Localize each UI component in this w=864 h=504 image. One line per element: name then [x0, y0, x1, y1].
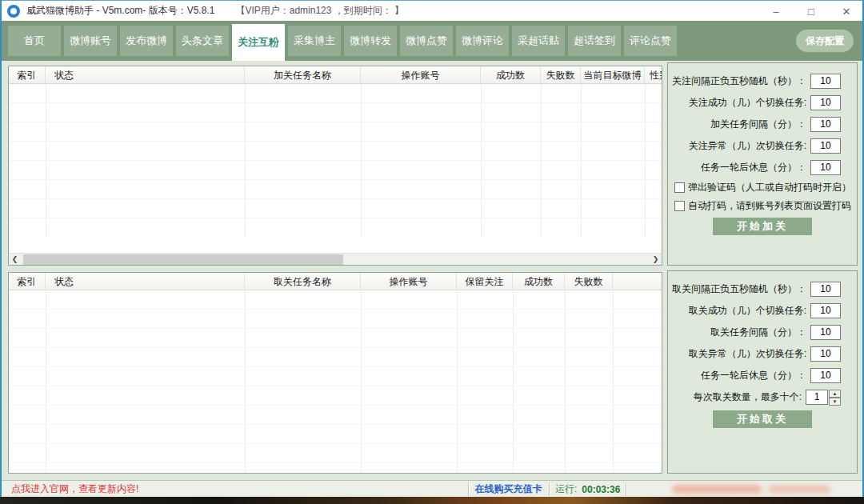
minimize-button[interactable]: –: [758, 1, 794, 22]
unfollow-table-body: [9, 290, 662, 473]
buy-recharge-card-link[interactable]: 在线购买充值卡: [468, 481, 549, 498]
unfollow-count-input[interactable]: [806, 390, 828, 405]
runtime-value: 00:03:36: [582, 484, 620, 495]
checkbox-row: 自动打码，请到账号列表页面设置打码: [674, 199, 857, 213]
tab-toutiao-article[interactable]: 头条文章: [176, 26, 229, 56]
field-row: 任务一轮后休息（分）：: [668, 367, 841, 383]
maximize-button[interactable]: □: [794, 1, 829, 22]
scroll-right-icon[interactable]: ❯: [650, 254, 662, 266]
runtime-status: 运行: 00:03:36: [555, 481, 620, 498]
tab-supertopic-checkin[interactable]: 超话签到: [568, 26, 621, 56]
unfollow-interval-input[interactable]: [810, 282, 841, 297]
field-row: 关注间隔正负五秒随机（秒）：: [668, 73, 841, 89]
tab-home[interactable]: 首页: [8, 26, 61, 56]
tab-collect-bloggers[interactable]: 采集博主: [288, 26, 341, 56]
popup-captcha-label: 弹出验证码（人工或自动打码时开启）: [688, 181, 851, 194]
col-operating-account[interactable]: 操作账号: [361, 66, 481, 84]
scrollbar-thumb[interactable]: [23, 254, 343, 265]
tab-weibo-comment[interactable]: 微博评论: [456, 26, 509, 56]
popup-captcha-checkbox[interactable]: [674, 182, 685, 193]
col-fail-count[interactable]: 失败数: [541, 66, 581, 84]
col-follow-task-name[interactable]: 加关任务名称: [245, 66, 361, 84]
follow-abnormal-switch-input[interactable]: [810, 138, 841, 154]
desktop-background-strip: [0, 497, 864, 504]
start-unfollow-button[interactable]: 开始取关: [713, 410, 812, 428]
col-status[interactable]: 状态: [46, 273, 245, 290]
unfollow-interval-label: 取关间隔正负五秒随机（秒）：: [672, 282, 806, 296]
stepper-up-icon[interactable]: ▲: [829, 390, 841, 398]
tab-weibo-like[interactable]: 微博点赞: [400, 26, 453, 56]
field-row: 取关任务间隔（分）：: [668, 324, 841, 340]
col-index[interactable]: 索引: [9, 66, 46, 84]
follow-rest-label: 任务一轮后休息（分）：: [701, 161, 806, 174]
col-fail-count[interactable]: 失败数: [565, 273, 613, 290]
follow-interval-label: 关注间隔正负五秒随机（秒）：: [672, 74, 806, 88]
col-unfollow-task-name[interactable]: 取关任务名称: [245, 273, 361, 290]
tab-collect-supertopic[interactable]: 采超话贴: [512, 26, 565, 56]
field-row: 关注成功（几）个切换任务:: [668, 94, 841, 110]
unfollow-task-interval-input[interactable]: [810, 325, 841, 340]
horizontal-scrollbar[interactable]: ❮ ❯: [9, 253, 662, 265]
field-row: 任务一轮后休息（分）：: [668, 159, 841, 175]
col-success-count[interactable]: 成功数: [513, 273, 565, 290]
unfollow-rest-label: 任务一轮后休息（分）：: [701, 369, 806, 382]
follow-table-body: [9, 84, 662, 237]
field-row: 取关异常（几）次切换任务:: [668, 346, 841, 362]
app-icon: [7, 5, 20, 18]
window-title: 威武猫微博助手 - V5m.com- 版本号：V5.8.1: [26, 4, 214, 18]
unfollow-task-table: 索引 状态 取关任务名称 操作账号 保留关注 成功数 失败数: [8, 272, 662, 474]
col-status[interactable]: 状态: [46, 66, 245, 84]
tab-weibo-repost[interactable]: 微博转发: [344, 26, 397, 56]
status-bar: 点我进入官网，查看更新内容! 在线购买充值卡 运行: 00:03:36: [0, 480, 864, 497]
official-site-link[interactable]: 点我进入官网，查看更新内容!: [11, 481, 138, 498]
unfollow-count-label: 每次取关数量，最多十个:: [694, 390, 802, 404]
unfollow-task-interval-label: 取关任务间隔（分）：: [710, 326, 806, 339]
unfollow-table-header: 索引 状态 取关任务名称 操作账号 保留关注 成功数 失败数: [9, 273, 662, 290]
scroll-left-icon[interactable]: ❮: [9, 254, 21, 266]
follow-success-switch-input[interactable]: [810, 95, 841, 110]
tab-weibo-account[interactable]: 微博账号: [64, 26, 117, 56]
follow-task-interval-label: 加关任务间隔（分）：: [710, 118, 806, 131]
field-row: 关注异常（几）次切换任务:: [668, 138, 841, 154]
auto-captcha-checkbox[interactable]: [674, 201, 685, 211]
tab-bar: 首页 微博账号 发布微博 头条文章 关注互粉 采集博主 微博转发 微博点赞 微博…: [0, 21, 864, 61]
checkbox-row: 弹出验证码（人工或自动打码时开启）: [674, 181, 857, 194]
start-follow-button[interactable]: 开始加关: [713, 218, 812, 235]
save-config-button[interactable]: 保存配置: [796, 30, 854, 52]
tab-comment-like[interactable]: 评论点赞: [624, 26, 677, 56]
tab-strip: 首页 微博账号 发布微博 头条文章 关注互粉 采集博主 微博转发 微博点赞 微博…: [8, 21, 677, 61]
censored-text: [672, 485, 762, 494]
col-keep-follow[interactable]: 保留关注: [457, 273, 513, 290]
unfollow-success-switch-label: 取关成功（几）个切换任务:: [689, 304, 806, 318]
tab-publish-weibo[interactable]: 发布微博: [120, 26, 173, 56]
unfollow-success-switch-input[interactable]: [810, 303, 841, 318]
col-index[interactable]: 索引: [9, 273, 46, 290]
app-window: 威武猫微博助手 - V5m.com- 版本号：V5.8.1 【VIP用户：adm…: [0, 0, 864, 504]
unfollow-settings-panel: 取关间隔正负五秒随机（秒）： 取关成功（几）个切换任务: 取关任务间隔（分）： …: [667, 270, 858, 474]
follow-table-header: 索引 状态 加关任务名称 操作账号 成功数 失败数 当前目标微博 性别: [9, 66, 662, 84]
unfollow-rest-input[interactable]: [810, 368, 841, 383]
vip-info: 【VIP用户：admin123 ，到期时间： 】: [235, 4, 404, 18]
follow-interval-input[interactable]: [810, 74, 841, 89]
close-button[interactable]: ✕: [829, 1, 864, 22]
window-controls: – □ ✕: [758, 1, 864, 22]
col-operating-account[interactable]: 操作账号: [361, 273, 457, 290]
follow-abnormal-switch-label: 关注异常（几）次切换任务:: [689, 139, 806, 153]
tab-follow-mutual[interactable]: 关注互粉: [232, 24, 285, 61]
unfollow-count-stepper: ▲ ▼: [829, 390, 841, 405]
stepper-down-icon[interactable]: ▼: [829, 398, 841, 406]
unfollow-abnormal-switch-input[interactable]: [810, 346, 841, 362]
censored-text: [768, 485, 830, 494]
field-row: 取关成功（几）个切换任务:: [668, 302, 841, 318]
field-row: 取关间隔正负五秒随机（秒）：: [668, 281, 841, 297]
col-success-count[interactable]: 成功数: [481, 66, 541, 84]
field-row: 每次取关数量，最多十个: ▲ ▼: [668, 389, 841, 405]
follow-task-interval-input[interactable]: [810, 117, 841, 132]
follow-success-switch-label: 关注成功（几）个切换任务:: [689, 96, 806, 110]
follow-rest-input[interactable]: [810, 160, 841, 175]
follow-task-table: 索引 状态 加关任务名称 操作账号 成功数 失败数 当前目标微博 性别 ❮ ❯: [8, 66, 662, 266]
scrollbar-track[interactable]: [21, 254, 650, 266]
col-current-target-weibo[interactable]: 当前目标微博: [581, 66, 645, 84]
col-gender[interactable]: 性别: [645, 66, 662, 84]
auto-captcha-label: 自动打码，请到账号列表页面设置打码: [688, 199, 851, 213]
